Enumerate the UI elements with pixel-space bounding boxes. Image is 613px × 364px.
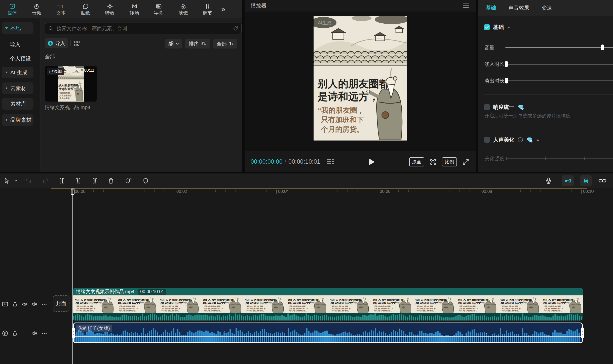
- select-cursor-icon[interactable]: [4, 177, 11, 184]
- tab-basic[interactable]: 基础: [486, 4, 496, 11]
- tab-sound-effects[interactable]: 声音效果: [508, 4, 529, 11]
- fade-out-slider[interactable]: [478, 80, 613, 86]
- redo-icon[interactable]: [42, 177, 49, 184]
- aspect-ratio-button[interactable]: 比例: [442, 157, 457, 166]
- tab-filter[interactable]: 滤镜: [171, 0, 195, 18]
- sidebar-item-ai-generate[interactable]: AI 生成: [2, 67, 33, 78]
- sidebar-item-library[interactable]: 素材库: [2, 98, 33, 110]
- sidebar-item-local[interactable]: 本地: [2, 22, 33, 34]
- sidebar-item-brand[interactable]: 品牌素材: [2, 114, 33, 126]
- split-keep-left-icon[interactable]: [91, 177, 98, 184]
- filmstrip-frame: 别人的朋友圈都 是诗和远方， “我的朋友圈， 只有加班和下 个月的房贷。 AI生…: [413, 295, 456, 313]
- gain-line[interactable]: [74, 336, 582, 337]
- ruler-tick: [408, 190, 409, 192]
- video-clip[interactable]: 情绪文案视频示例作品.mp4 00:00:10:01 别人的朋友圈都 是诗和远方…: [73, 288, 583, 321]
- filter-all-button[interactable]: 全部: [213, 39, 237, 49]
- tab-speed[interactable]: 变速: [542, 4, 552, 11]
- voice-beautify-checkbox[interactable]: [484, 137, 490, 143]
- clip-trim-handle-left[interactable]: [72, 328, 75, 338]
- original-quality-button[interactable]: 原画: [409, 157, 424, 166]
- collapse-caret-icon[interactable]: [536, 139, 540, 141]
- zoom-fit-icon[interactable]: [429, 158, 437, 166]
- sidebar-item-import[interactable]: 导入: [9, 39, 36, 50]
- caret-right-icon: [4, 71, 9, 74]
- tab-sticker[interactable]: 贴纸: [73, 0, 98, 18]
- search-input[interactable]: [56, 25, 233, 32]
- toggle-visibility-button[interactable]: [20, 301, 29, 307]
- play-button[interactable]: [368, 158, 375, 166]
- lock-track-button[interactable]: [10, 330, 20, 336]
- tab-captions[interactable]: 字幕: [146, 0, 171, 18]
- tab-text[interactable]: TI 文本: [49, 0, 73, 18]
- record-voiceover-mic-icon[interactable]: [545, 177, 552, 185]
- volume-slider-handle[interactable]: [601, 44, 604, 50]
- media-sidebar: 本地 导入 个人预设 AI 生成 云素材 素材库 品牌素材: [0, 18, 41, 172]
- cursor-menu-chevron-icon[interactable]: [14, 179, 18, 182]
- ruler-tick: [358, 190, 358, 192]
- ai-mask-shield-icon[interactable]: AI: [125, 177, 132, 185]
- svg-text:别人的朋友圈都: 别人的朋友圈都: [117, 299, 150, 301]
- player-menu-icon[interactable]: [463, 3, 470, 9]
- ruler-tick: [327, 190, 327, 192]
- tab-adjust[interactable]: 调节: [195, 0, 220, 18]
- volume-slider[interactable]: [478, 47, 613, 53]
- ruler-tick: [581, 190, 582, 194]
- fade-in-slider-handle[interactable]: [505, 61, 508, 67]
- basic-checkbox[interactable]: [484, 24, 490, 30]
- tab-transition[interactable]: 转场: [122, 0, 146, 18]
- transcript-icon[interactable]: [327, 159, 334, 165]
- audio-clip-selected[interactable]: 你的样子(女版): [73, 323, 583, 343]
- svg-text:别人的朋友圈都: 别人的朋友圈都: [245, 299, 278, 301]
- tab-label: 贴纸: [81, 11, 90, 15]
- ruler-tick: [429, 190, 429, 192]
- tab-label: 特效: [105, 11, 115, 15]
- transition-icon: [131, 3, 138, 10]
- refresh-icon[interactable]: [233, 26, 238, 31]
- track-more-button[interactable]: [40, 301, 49, 307]
- playhead-handle[interactable]: [71, 189, 74, 195]
- clip-trim-handle-right[interactable]: [581, 328, 584, 338]
- svg-text:“我的朋友圈，: “我的朋友圈，: [415, 305, 436, 307]
- undo-icon[interactable]: [25, 177, 32, 184]
- fade-out-slider-handle[interactable]: [505, 78, 508, 83]
- mute-track-button[interactable]: [30, 330, 40, 337]
- sidebar-item-presets[interactable]: 个人预设: [9, 53, 36, 64]
- media-item-card[interactable]: 别人的朋友圈都 是诗和远方， “我的朋友圈， 只有加班和下 个月的房贷。 AI生…: [45, 66, 97, 102]
- mute-track-button[interactable]: [30, 301, 40, 307]
- fullscreen-icon[interactable]: [462, 158, 470, 166]
- tab-audio[interactable]: 音频: [24, 0, 49, 18]
- tab-label: 滤镜: [178, 11, 188, 15]
- help-icon[interactable]: ?: [518, 137, 523, 143]
- view-mode-button[interactable]: [165, 39, 182, 49]
- split-keep-right-icon[interactable]: [75, 177, 82, 184]
- fade-in-slider[interactable]: [478, 63, 613, 69]
- loudness-checkbox[interactable]: [484, 104, 490, 110]
- lock-track-button[interactable]: [10, 301, 20, 307]
- link-clips-icon[interactable]: [598, 178, 606, 184]
- timeline-ruler[interactable]: 00:0000:0200:0400:0600:0800:10: [51, 189, 613, 196]
- inspector-tabs: 基础 声音效果 变速: [478, 0, 613, 16]
- toolbar-expand-chevrons-icon[interactable]: »: [221, 5, 225, 13]
- tab-label: 文本: [56, 11, 66, 15]
- sort-button[interactable]: 排序: [185, 39, 210, 49]
- split-icon[interactable]: [58, 177, 65, 184]
- magnetic-snap-button[interactable]: [562, 175, 574, 186]
- tab-effects[interactable]: 特效: [98, 0, 122, 18]
- track-more-button[interactable]: [40, 330, 49, 336]
- mask-shield-icon[interactable]: [142, 177, 149, 184]
- ruler-tick: [165, 190, 165, 192]
- filmstrip-frame: 别人的朋友圈都 是诗和远方， “我的朋友圈， 只有加班和下 个月的房贷。 AI生…: [286, 295, 328, 313]
- preview-axis-button[interactable]: [580, 175, 592, 186]
- qr-import-icon[interactable]: [73, 40, 80, 47]
- delete-icon[interactable]: [107, 177, 114, 184]
- sidebar-item-cloud[interactable]: 云素材: [2, 82, 33, 94]
- video-clip-name: 情绪文案视频示例作品.mp4: [76, 288, 134, 295]
- import-button[interactable]: 导入: [45, 38, 68, 48]
- svg-text:别人的朋友圈都: 别人的朋友圈都: [542, 299, 576, 301]
- ruler-tick: [103, 190, 104, 192]
- cover-button[interactable]: 封面: [53, 295, 69, 312]
- video-clip-header: 情绪文案视频示例作品.mp4 00:00:10:01: [73, 288, 583, 295]
- tab-media[interactable]: 媒体: [0, 0, 24, 18]
- collapse-caret-icon[interactable]: [507, 26, 510, 28]
- magnetic-snap-icon: [564, 177, 571, 184]
